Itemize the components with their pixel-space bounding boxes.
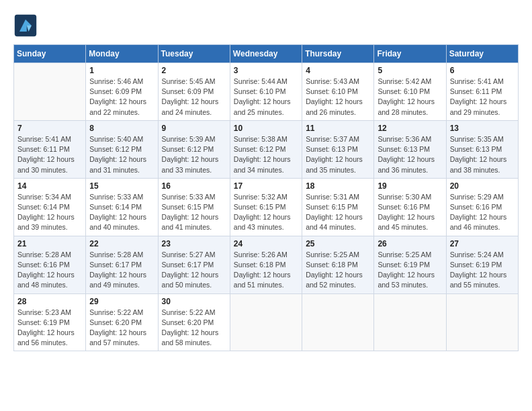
calendar-cell: 25Sunrise: 5:25 AM Sunset: 6:18 PM Dayli… xyxy=(302,236,374,293)
day-detail: Sunrise: 5:33 AM Sunset: 6:15 PM Dayligh… xyxy=(162,192,226,233)
day-number: 9 xyxy=(162,124,226,133)
column-header-saturday: Saturday xyxy=(446,45,518,63)
calendar-cell: 20Sunrise: 5:29 AM Sunset: 6:16 PM Dayli… xyxy=(446,178,518,236)
column-header-thursday: Thursday xyxy=(302,45,374,63)
day-detail: Sunrise: 5:35 AM Sunset: 6:13 PM Dayligh… xyxy=(450,134,515,175)
calendar-cell: 9Sunrise: 5:39 AM Sunset: 6:12 PM Daylig… xyxy=(158,120,230,178)
day-detail: Sunrise: 5:29 AM Sunset: 6:16 PM Dayligh… xyxy=(450,192,515,233)
day-number: 24 xyxy=(234,239,298,248)
calendar-table: SundayMondayTuesdayWednesdayThursdayFrid… xyxy=(13,44,519,351)
day-number: 28 xyxy=(17,297,82,306)
day-detail: Sunrise: 5:25 AM Sunset: 6:18 PM Dayligh… xyxy=(306,250,370,291)
column-header-sunday: Sunday xyxy=(14,45,86,63)
calendar-cell xyxy=(446,293,518,351)
day-detail: Sunrise: 5:37 AM Sunset: 6:13 PM Dayligh… xyxy=(306,134,370,175)
day-detail: Sunrise: 5:22 AM Sunset: 6:20 PM Dayligh… xyxy=(162,308,226,349)
calendar-cell: 10Sunrise: 5:38 AM Sunset: 6:12 PM Dayli… xyxy=(230,120,302,178)
calendar-cell: 18Sunrise: 5:31 AM Sunset: 6:15 PM Dayli… xyxy=(302,178,374,236)
week-row-3: 14Sunrise: 5:34 AM Sunset: 6:14 PM Dayli… xyxy=(14,178,519,236)
day-number: 29 xyxy=(89,297,154,306)
day-detail: Sunrise: 5:45 AM Sunset: 6:09 PM Dayligh… xyxy=(162,77,226,118)
week-row-1: 1Sunrise: 5:46 AM Sunset: 6:09 PM Daylig… xyxy=(14,63,519,121)
day-detail: Sunrise: 5:31 AM Sunset: 6:15 PM Dayligh… xyxy=(306,192,370,233)
day-number: 18 xyxy=(306,181,370,191)
day-number: 14 xyxy=(17,181,82,191)
column-header-monday: Monday xyxy=(86,45,158,63)
day-number: 26 xyxy=(378,239,442,248)
day-number: 25 xyxy=(306,239,370,248)
day-detail: Sunrise: 5:41 AM Sunset: 6:11 PM Dayligh… xyxy=(17,134,82,175)
calendar-cell: 8Sunrise: 5:40 AM Sunset: 6:12 PM Daylig… xyxy=(86,120,158,178)
calendar-cell xyxy=(302,293,374,351)
column-header-tuesday: Tuesday xyxy=(158,45,230,63)
week-row-5: 28Sunrise: 5:23 AM Sunset: 6:19 PM Dayli… xyxy=(14,293,519,351)
column-header-friday: Friday xyxy=(374,45,446,63)
day-number: 4 xyxy=(306,66,370,75)
day-number: 10 xyxy=(234,124,298,133)
day-detail: Sunrise: 5:43 AM Sunset: 6:10 PM Dayligh… xyxy=(306,77,370,118)
day-detail: Sunrise: 5:34 AM Sunset: 6:14 PM Dayligh… xyxy=(17,192,82,233)
day-number: 13 xyxy=(450,124,515,133)
day-detail: Sunrise: 5:22 AM Sunset: 6:20 PM Dayligh… xyxy=(89,308,154,349)
calendar-body: 1Sunrise: 5:46 AM Sunset: 6:09 PM Daylig… xyxy=(14,63,519,351)
day-detail: Sunrise: 5:27 AM Sunset: 6:17 PM Dayligh… xyxy=(162,250,226,291)
week-row-2: 7Sunrise: 5:41 AM Sunset: 6:11 PM Daylig… xyxy=(14,120,519,178)
day-number: 23 xyxy=(162,239,226,248)
day-of-week-header-row: SundayMondayTuesdayWednesdayThursdayFrid… xyxy=(14,45,519,63)
calendar-cell xyxy=(230,293,302,351)
calendar-cell: 3Sunrise: 5:44 AM Sunset: 6:10 PM Daylig… xyxy=(230,63,302,121)
day-number: 17 xyxy=(234,181,298,191)
calendar-cell: 27Sunrise: 5:24 AM Sunset: 6:19 PM Dayli… xyxy=(446,236,518,293)
day-detail: Sunrise: 5:30 AM Sunset: 6:16 PM Dayligh… xyxy=(378,192,442,233)
calendar-cell xyxy=(14,63,86,121)
calendar-cell xyxy=(374,293,446,351)
day-detail: Sunrise: 5:28 AM Sunset: 6:16 PM Dayligh… xyxy=(17,250,82,291)
day-number: 15 xyxy=(89,181,154,191)
day-number: 2 xyxy=(162,66,226,75)
calendar-cell: 15Sunrise: 5:33 AM Sunset: 6:14 PM Dayli… xyxy=(86,178,158,236)
day-number: 19 xyxy=(378,181,442,191)
calendar-cell: 21Sunrise: 5:28 AM Sunset: 6:16 PM Dayli… xyxy=(14,236,86,293)
calendar-cell: 23Sunrise: 5:27 AM Sunset: 6:17 PM Dayli… xyxy=(158,236,230,293)
calendar-cell: 5Sunrise: 5:42 AM Sunset: 6:10 PM Daylig… xyxy=(374,63,446,121)
day-detail: Sunrise: 5:36 AM Sunset: 6:13 PM Dayligh… xyxy=(378,134,442,175)
day-detail: Sunrise: 5:40 AM Sunset: 6:12 PM Dayligh… xyxy=(89,134,154,175)
calendar-cell: 7Sunrise: 5:41 AM Sunset: 6:11 PM Daylig… xyxy=(14,120,86,178)
day-detail: Sunrise: 5:41 AM Sunset: 6:11 PM Dayligh… xyxy=(450,77,515,118)
calendar-cell: 28Sunrise: 5:23 AM Sunset: 6:19 PM Dayli… xyxy=(14,293,86,351)
day-detail: Sunrise: 5:42 AM Sunset: 6:10 PM Dayligh… xyxy=(378,77,442,118)
calendar-cell: 14Sunrise: 5:34 AM Sunset: 6:14 PM Dayli… xyxy=(14,178,86,236)
day-number: 5 xyxy=(378,66,442,75)
calendar-cell: 30Sunrise: 5:22 AM Sunset: 6:20 PM Dayli… xyxy=(158,293,230,351)
day-detail: Sunrise: 5:23 AM Sunset: 6:19 PM Dayligh… xyxy=(17,308,82,349)
day-detail: Sunrise: 5:25 AM Sunset: 6:19 PM Dayligh… xyxy=(378,250,442,291)
calendar-cell: 26Sunrise: 5:25 AM Sunset: 6:19 PM Dayli… xyxy=(374,236,446,293)
day-number: 6 xyxy=(450,66,515,75)
day-number: 11 xyxy=(306,124,370,133)
calendar-cell: 1Sunrise: 5:46 AM Sunset: 6:09 PM Daylig… xyxy=(86,63,158,121)
day-detail: Sunrise: 5:28 AM Sunset: 6:17 PM Dayligh… xyxy=(89,250,154,291)
calendar-cell: 17Sunrise: 5:32 AM Sunset: 6:15 PM Dayli… xyxy=(230,178,302,236)
logo xyxy=(13,13,40,38)
day-detail: Sunrise: 5:38 AM Sunset: 6:12 PM Dayligh… xyxy=(234,134,298,175)
day-detail: Sunrise: 5:33 AM Sunset: 6:14 PM Dayligh… xyxy=(89,192,154,233)
day-detail: Sunrise: 5:32 AM Sunset: 6:15 PM Dayligh… xyxy=(234,192,298,233)
day-number: 3 xyxy=(234,66,298,75)
page-header xyxy=(13,13,519,38)
day-number: 22 xyxy=(89,239,154,248)
day-number: 21 xyxy=(17,239,82,248)
calendar-cell: 2Sunrise: 5:45 AM Sunset: 6:09 PM Daylig… xyxy=(158,63,230,121)
day-number: 20 xyxy=(450,181,515,191)
day-number: 27 xyxy=(450,239,515,248)
calendar-cell: 13Sunrise: 5:35 AM Sunset: 6:13 PM Dayli… xyxy=(446,120,518,178)
day-number: 16 xyxy=(162,181,226,191)
calendar-cell: 24Sunrise: 5:26 AM Sunset: 6:18 PM Dayli… xyxy=(230,236,302,293)
calendar-cell: 16Sunrise: 5:33 AM Sunset: 6:15 PM Dayli… xyxy=(158,178,230,236)
calendar-cell: 11Sunrise: 5:37 AM Sunset: 6:13 PM Dayli… xyxy=(302,120,374,178)
day-number: 12 xyxy=(378,124,442,133)
day-detail: Sunrise: 5:44 AM Sunset: 6:10 PM Dayligh… xyxy=(234,77,298,118)
day-number: 7 xyxy=(17,124,82,133)
calendar-cell: 12Sunrise: 5:36 AM Sunset: 6:13 PM Dayli… xyxy=(374,120,446,178)
day-number: 8 xyxy=(89,124,154,133)
day-number: 30 xyxy=(162,297,226,306)
